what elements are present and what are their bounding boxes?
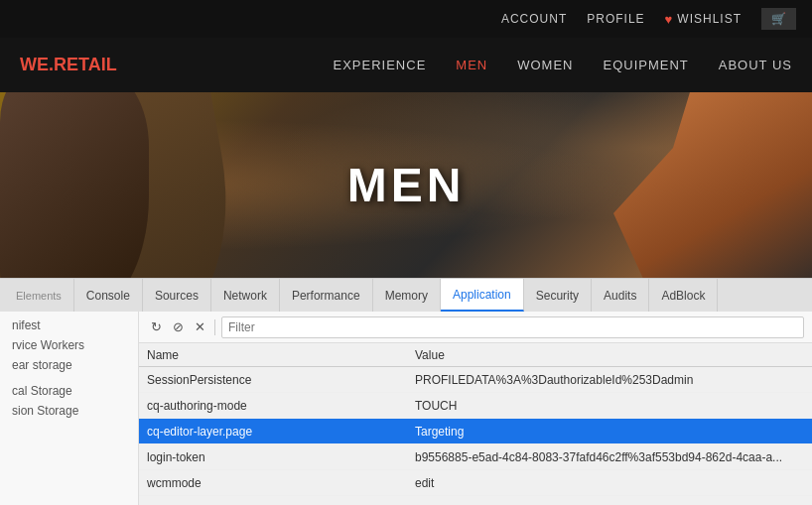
account-link[interactable]: ACCOUNT	[501, 12, 567, 26]
filter-input[interactable]	[221, 316, 804, 338]
tab-performance[interactable]: Performance	[280, 279, 373, 312]
top-bar: ACCOUNT PROFILE ♥ WISHLIST 🛒	[0, 0, 812, 38]
devtools-tabs: Elements Console Sources Network Perform…	[0, 278, 812, 312]
nav-men[interactable]: MEN	[456, 58, 487, 72]
devtools-toolbar: ↻ ⊘ ✕	[139, 312, 812, 343]
table-row-selected[interactable]: cq-editor-layer.page Targeting	[139, 419, 812, 444]
sidebar-local-storage[interactable]: cal Storage	[0, 381, 138, 401]
wishlist-link[interactable]: ♥ WISHLIST	[665, 12, 742, 27]
table-row[interactable]: cq-authoring-mode TOUCH	[139, 393, 812, 419]
cell-value-1: TOUCH	[407, 399, 812, 413]
logo-we: WE.	[20, 55, 54, 74]
cell-value-4: edit	[407, 476, 812, 490]
cell-name-3: login-token	[139, 450, 407, 464]
cell-name-4: wcmmode	[139, 476, 407, 490]
sidebar-service-workers[interactable]: rvice Workers	[0, 335, 138, 355]
devtools-body: nifest rvice Workers ear storage cal Sto…	[0, 312, 812, 505]
hero-title: MEN	[347, 158, 466, 212]
cell-value-2: Targeting	[407, 425, 812, 439]
heart-icon: ♥	[665, 12, 674, 27]
hero-section: MEN	[0, 92, 812, 278]
header-value: Value	[407, 348, 812, 362]
nav-bar: WE.RETAIL EXPERIENCE MEN WOMEN EQUIPMENT…	[0, 38, 812, 92]
nav-about-us[interactable]: ABOUT US	[719, 58, 792, 72]
cart-icon: 🛒	[771, 12, 786, 26]
devtools-main: ↻ ⊘ ✕ Name Value SessionPersistence PROF…	[139, 312, 812, 505]
header-name: Name	[139, 348, 407, 362]
tab-sources[interactable]: Sources	[143, 279, 211, 312]
toolbar-separator	[214, 319, 215, 335]
nav-equipment[interactable]: EQUIPMENT	[603, 58, 688, 72]
refresh-icon[interactable]: ↻	[147, 318, 165, 336]
cell-name-0: SessionPersistence	[139, 373, 407, 387]
tab-elements[interactable]: Elements	[4, 279, 74, 312]
sidebar-clear-storage[interactable]: ear storage	[0, 355, 138, 375]
hero-rock-2	[0, 92, 149, 278]
cart-button[interactable]: 🛒	[761, 8, 796, 30]
tab-security[interactable]: Security	[524, 279, 592, 312]
block-icon[interactable]: ⊘	[169, 318, 187, 336]
devtools-sidebar: nifest rvice Workers ear storage cal Sto…	[0, 312, 139, 505]
logo-retail: RETAIL	[54, 55, 117, 74]
tab-audits[interactable]: Audits	[592, 279, 649, 312]
nav-experience[interactable]: EXPERIENCE	[334, 58, 427, 72]
cell-name-2: cq-editor-layer.page	[139, 425, 407, 439]
profile-link[interactable]: PROFILE	[587, 12, 644, 26]
table-header: Name Value	[139, 343, 812, 367]
sidebar-session-storage[interactable]: sion Storage	[0, 401, 138, 421]
nav-women[interactable]: WOMEN	[517, 58, 573, 72]
clear-icon[interactable]: ✕	[191, 318, 208, 336]
tab-adblock[interactable]: AdBlock	[649, 279, 718, 312]
cell-value-0: PROFILEDATA%3A%3DauthorizableId%253Dadmi…	[407, 373, 812, 387]
cookies-table: Name Value SessionPersistence PROFILEDAT…	[139, 343, 812, 505]
nav-links: EXPERIENCE MEN WOMEN EQUIPMENT ABOUT US	[157, 58, 792, 72]
tab-application[interactable]: Application	[441, 279, 524, 312]
table-row[interactable]: login-token b9556885-e5ad-4c84-8083-37fa…	[139, 444, 812, 470]
devtools-panel: Elements Console Sources Network Perform…	[0, 278, 812, 505]
tab-memory[interactable]: Memory	[373, 279, 441, 312]
tab-network[interactable]: Network	[211, 279, 280, 312]
cell-value-3: b9556885-e5ad-4c84-8083-37fafd46c2ff%3af…	[407, 450, 812, 464]
cell-name-1: cq-authoring-mode	[139, 399, 407, 413]
tab-console[interactable]: Console	[74, 279, 143, 312]
table-row[interactable]: SessionPersistence PROFILEDATA%3A%3Dauth…	[139, 367, 812, 393]
hero-figure	[613, 92, 812, 278]
sidebar-manifest[interactable]: nifest	[0, 316, 138, 335]
table-row[interactable]: wcmmode edit	[139, 470, 812, 496]
site-logo[interactable]: WE.RETAIL	[20, 55, 117, 75]
